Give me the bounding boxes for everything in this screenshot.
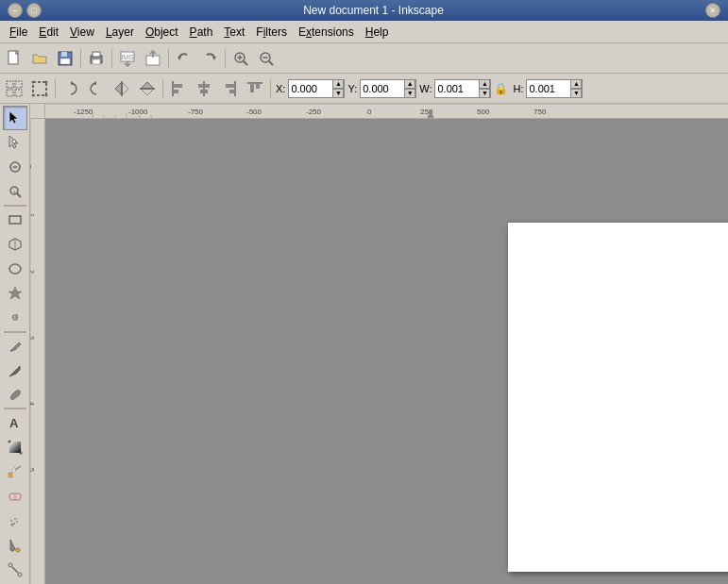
rotate-cw-button[interactable]: [59, 76, 83, 101]
tool-spiral[interactable]: [3, 306, 27, 330]
w-input[interactable]: [435, 80, 479, 97]
select-all-button[interactable]: [2, 76, 26, 101]
tool-tweak[interactable]: [3, 155, 27, 179]
svg-point-65: [8, 441, 10, 443]
toolbar-separator-4: [225, 49, 226, 68]
y-up-arrow[interactable]: ▲: [404, 79, 415, 89]
svg-rect-21: [7, 81, 13, 88]
snap-separator-2: [162, 79, 163, 98]
y-input[interactable]: [361, 80, 404, 97]
h-up-arrow[interactable]: ▲: [570, 79, 582, 89]
toolbox: +: [0, 104, 30, 584]
align-right-button[interactable]: [217, 76, 242, 101]
h-down-arrow[interactable]: ▼: [570, 89, 582, 98]
lock-proportions-icon[interactable]: 🔒: [494, 82, 508, 95]
svg-rect-39: [173, 84, 182, 88]
rotate-ccw-button[interactable]: [84, 76, 109, 101]
align-center-h-button[interactable]: [192, 76, 216, 101]
menu-view[interactable]: View: [64, 24, 100, 41]
x-up-arrow[interactable]: ▲: [332, 79, 344, 89]
tool-3dbox[interactable]: [3, 232, 27, 257]
menu-edit[interactable]: Edit: [33, 24, 64, 41]
snap-bar: X: ▲ ▼ Y: ▲ ▼ W: ▲ ▼ 🔒 H: ▲ ▼: [0, 74, 728, 104]
export-button[interactable]: [141, 46, 165, 71]
tool-calligraphy[interactable]: [3, 382, 27, 407]
svg-point-78: [8, 563, 12, 567]
menu-object[interactable]: Object: [140, 24, 184, 41]
w-arrows: ▲ ▼: [479, 79, 490, 98]
window-minimize-button[interactable]: –: [8, 3, 23, 18]
window-close-button[interactable]: ✕: [705, 3, 720, 18]
x-input[interactable]: [289, 80, 332, 97]
tool-star[interactable]: [3, 281, 27, 306]
svg-text:A: A: [9, 416, 19, 430]
tool-node[interactable]: [3, 130, 27, 155]
menu-text[interactable]: Text: [218, 24, 250, 41]
tool-eraser[interactable]: [3, 484, 27, 509]
w-field[interactable]: ▲ ▼: [434, 79, 491, 98]
print-button[interactable]: [84, 46, 109, 71]
flip-h-button[interactable]: [110, 76, 134, 101]
x-down-arrow[interactable]: ▼: [332, 89, 344, 98]
tool-pen[interactable]: [3, 359, 27, 383]
tool-fill[interactable]: [3, 533, 27, 558]
flip-v-button[interactable]: [135, 76, 160, 101]
align-top-button[interactable]: [243, 76, 267, 101]
main-area: +: [0, 104, 728, 584]
svg-point-72: [10, 520, 12, 522]
svg-marker-33: [122, 82, 128, 95]
undo-button[interactable]: [172, 46, 196, 71]
new-button[interactable]: [2, 46, 26, 71]
w-down-arrow[interactable]: ▼: [479, 89, 490, 98]
tool-text[interactable]: A: [3, 410, 27, 435]
svg-rect-43: [200, 90, 208, 93]
w-up-arrow[interactable]: ▲: [479, 79, 490, 89]
menu-filters[interactable]: Filters: [250, 24, 293, 41]
tool-ellipse[interactable]: [3, 257, 27, 281]
h-label: H:: [511, 83, 525, 94]
svg-canvas[interactable]: [45, 119, 728, 584]
rubber-band-button[interactable]: [27, 76, 52, 101]
canvas-area[interactable]: -1250 -1000 -750 -500 -250 0 250 500 750: [30, 104, 728, 584]
window-maximize-button[interactable]: □: [26, 3, 42, 18]
toolbar-separator-3: [168, 49, 169, 68]
svg-rect-48: [250, 83, 254, 92]
command-bar: IMG: [0, 43, 728, 74]
tool-zoom[interactable]: +: [3, 179, 27, 204]
svg-point-73: [14, 518, 16, 520]
tool-rect[interactable]: [3, 208, 27, 232]
h-input[interactable]: [527, 80, 570, 97]
tool-gradient[interactable]: [3, 435, 27, 459]
menu-layer[interactable]: Layer: [100, 24, 140, 41]
h-field[interactable]: ▲ ▼: [526, 79, 583, 98]
tool-select[interactable]: [3, 106, 27, 130]
svg-text:-750: -750: [188, 108, 204, 116]
menu-path[interactable]: Path: [184, 24, 219, 41]
open-button[interactable]: [27, 46, 52, 71]
tool-separator-3: [4, 408, 26, 409]
y-field[interactable]: ▲ ▼: [360, 79, 416, 98]
svg-marker-13: [212, 57, 216, 60]
svg-rect-40: [173, 90, 178, 93]
zoom-in-button[interactable]: [229, 46, 253, 71]
save-button[interactable]: [53, 46, 77, 71]
svg-rect-57: [9, 216, 21, 224]
tool-connector[interactable]: [3, 558, 27, 582]
import-button[interactable]: IMG: [115, 46, 140, 71]
tool-pencil[interactable]: [3, 334, 27, 359]
y-down-arrow[interactable]: ▼: [404, 89, 415, 98]
menu-file[interactable]: File: [4, 24, 33, 41]
svg-point-75: [13, 523, 15, 525]
menu-help[interactable]: Help: [360, 24, 395, 41]
x-field[interactable]: ▲ ▼: [288, 79, 345, 98]
tool-spray[interactable]: [3, 509, 27, 533]
svg-point-79: [18, 573, 22, 576]
zoom-out-button[interactable]: [254, 46, 279, 71]
tool-dropper[interactable]: [3, 459, 27, 484]
align-left-button[interactable]: [166, 76, 191, 101]
svg-text:+: +: [12, 188, 16, 193]
redo-button[interactable]: [197, 46, 222, 71]
svg-text:-250: -250: [306, 108, 322, 116]
menu-extensions[interactable]: Extensions: [293, 24, 360, 41]
svg-line-20: [269, 61, 273, 65]
